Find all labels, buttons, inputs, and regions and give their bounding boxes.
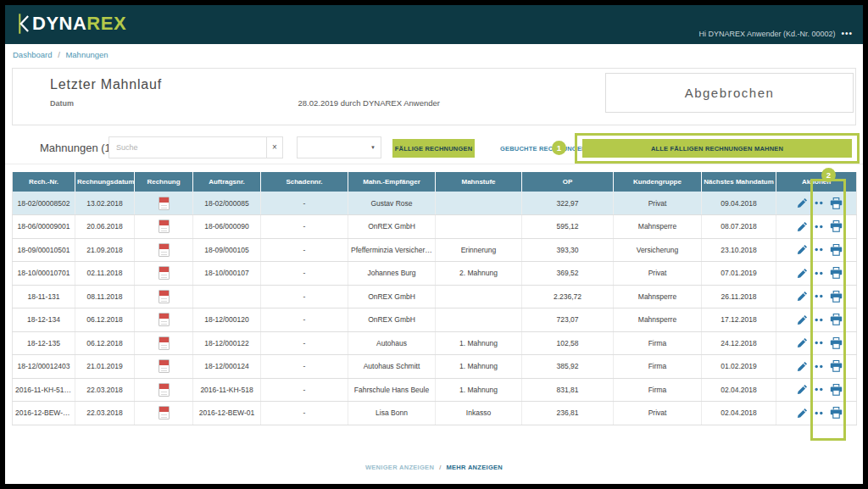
- cell-rechnung: [135, 331, 193, 355]
- date-value: 28.02.2019 durch DYNAREX Anwender: [298, 98, 440, 108]
- cell-schadennr: -: [261, 331, 348, 355]
- edit-icon[interactable]: [797, 197, 808, 208]
- pdf-document-icon[interactable]: [159, 383, 170, 397]
- pdf-document-icon[interactable]: [159, 359, 170, 373]
- due-invoices-button[interactable]: FÄLLIGE RECHNUNGEN: [392, 139, 475, 158]
- cell-auftragsnr: 2016-11-KH-518: [193, 378, 261, 402]
- cell-rechnungsdatum: 22.03.2018: [75, 378, 135, 402]
- cell-naechstes-mahndatum: 01.02.2019: [702, 355, 776, 379]
- search-input[interactable]: [108, 136, 266, 158]
- show-less-link[interactable]: WENIGER ANZEIGEN: [365, 464, 434, 471]
- pdf-document-icon[interactable]: [159, 406, 170, 420]
- cell-kundengruppe: Privat: [614, 262, 702, 286]
- cell-naechstes-mahndatum: 09.04.2018: [702, 192, 776, 215]
- table-body: 18-02/00008502 13.02.2018 18-02/000085 -…: [13, 192, 857, 425]
- cell-kundengruppe: Mahnsperre: [614, 308, 702, 332]
- table-row[interactable]: 2016-11-KH-51801 22.03.2018 2016-11-KH-5…: [13, 378, 857, 402]
- app-window: DYNAREX Hi DYNAREX Anwender (Kd.-Nr. 000…: [5, 5, 863, 484]
- show-more-link[interactable]: MEHR ANZEIGEN: [447, 464, 504, 471]
- edit-icon[interactable]: [797, 221, 808, 232]
- cell-rechnung: [135, 402, 193, 425]
- logo-icon: [17, 13, 30, 35]
- cell-naechstes-mahndatum: 02.04.2018: [702, 402, 776, 425]
- cell-schadennr: -: [261, 402, 348, 425]
- annotation-step-2-badge: 2: [821, 168, 836, 182]
- pdf-document-icon[interactable]: [159, 290, 170, 303]
- menu-dots-icon[interactable]: •••: [841, 29, 853, 38]
- last-run-card: Letzter Mahnlauf Datum 28.02.2019 durch …: [12, 68, 856, 125]
- table-row[interactable]: 2016-12-BEW-0101 22.03.2018 2016-12-BEW-…: [13, 402, 857, 425]
- remind-all-button[interactable]: ALLE FÄLLIGEN RECHNUNGEN MAHNEN: [582, 139, 852, 158]
- cell-rechnung: [135, 308, 193, 332]
- cell-mahnstufe: Erinnerung: [436, 238, 522, 262]
- cell-op: 322,97: [522, 192, 614, 215]
- cell-rechnung: [135, 378, 193, 402]
- cell-auftragsnr: 2016-12-BEW-01: [193, 402, 261, 425]
- cell-rech-nr: 18-02/00008502: [13, 192, 75, 215]
- cell-mahn-empfaenger: OnREX GmbH: [348, 285, 436, 308]
- edit-icon[interactable]: [797, 268, 808, 279]
- cell-rech-nr: 18-06/00009001: [13, 215, 75, 239]
- cell-kundengruppe: Privat: [614, 192, 702, 215]
- pdf-icon-header: [159, 197, 169, 203]
- cell-op: 369,52: [522, 262, 614, 286]
- edit-icon[interactable]: [797, 314, 808, 325]
- booked-invoices-link[interactable]: GEBUCHTE RECHNUNGEN: [500, 145, 587, 153]
- search-clear-button[interactable]: ×: [266, 136, 283, 158]
- cell-kundengruppe: Mahnsperre: [614, 285, 702, 308]
- cell-naechstes-mahndatum: 26.11.2018: [702, 285, 776, 308]
- user-menu[interactable]: Hi DYNAREX Anwender (Kd.-Nr. 00002) •••: [698, 29, 853, 38]
- cell-schadennr: -: [261, 308, 348, 332]
- table-row[interactable]: 18-06/00009001 20.06.2018 18-06/000090 -…: [13, 215, 857, 239]
- cell-mahn-empfaenger: Pfefferminzia Versicherung...: [348, 238, 436, 262]
- cell-kundengruppe: Versicherung: [614, 238, 702, 262]
- user-greeting: Hi DYNAREX Anwender (Kd.-Nr. 00002): [698, 30, 835, 38]
- table-row[interactable]: 18-10/00010701 02.11.2018 18-10/000107 -…: [13, 262, 857, 286]
- edit-icon[interactable]: [797, 291, 808, 302]
- cell-rech-nr: 18-11-131: [13, 285, 75, 308]
- cell-kundengruppe: Firma: [614, 331, 702, 355]
- cell-rechnung: [135, 238, 193, 262]
- column-header-op: OP: [522, 172, 614, 192]
- status-box: Abgebrochen: [605, 73, 854, 113]
- filter-select[interactable]: ▼: [297, 136, 381, 158]
- cell-mahnstufe: [436, 215, 522, 239]
- cell-naechstes-mahndatum: 23.10.2018: [702, 238, 776, 262]
- edit-icon[interactable]: [797, 361, 808, 372]
- table-row[interactable]: 18-09/00010501 21.09.2018 18-09/000105 -…: [13, 238, 857, 262]
- logo: DYNAREX: [17, 13, 126, 35]
- cell-auftragsnr: 18-02/000085: [193, 192, 261, 215]
- cell-rechnungsdatum: 21.09.2018: [75, 238, 135, 262]
- breadcrumb-dashboard[interactable]: Dashboard: [13, 50, 52, 59]
- chevron-down-icon: ▼: [370, 145, 376, 150]
- cell-mahn-empfaenger: Autohaus Schmitt: [348, 355, 436, 379]
- table-row[interactable]: 18-12-135 06.12.2018 18-12/000122 - Auto…: [13, 331, 857, 355]
- cell-op: 102,58: [522, 331, 614, 355]
- cell-mahn-empfaenger: Gustav Rose: [348, 192, 436, 215]
- pdf-document-icon[interactable]: [159, 219, 170, 233]
- pdf-icon-header: [159, 314, 169, 319]
- table-row[interactable]: 18-11-131 08.11.2018 - OnREX GmbH 2.236,…: [13, 285, 857, 308]
- edit-icon[interactable]: [797, 244, 808, 255]
- cell-rechnungsdatum: 06.12.2018: [75, 331, 135, 355]
- table-row[interactable]: 18-02/00008502 13.02.2018 18-02/000085 -…: [13, 192, 857, 215]
- pdf-document-icon[interactable]: [159, 336, 170, 350]
- pdf-document-icon[interactable]: [159, 313, 170, 326]
- topbar: DYNAREX Hi DYNAREX Anwender (Kd.-Nr. 000…: [5, 5, 863, 44]
- table-row[interactable]: 18-12-134 06.12.2018 18-12/000120 - OnRE…: [13, 308, 857, 332]
- edit-icon[interactable]: [797, 408, 808, 419]
- cell-naechstes-mahndatum: 24.12.2018: [702, 331, 776, 355]
- cell-rechnungsdatum: 22.03.2018: [75, 402, 135, 425]
- column-header-rechnung: Rechnung: [135, 172, 193, 192]
- breadcrumb-current[interactable]: Mahnungen: [65, 50, 108, 59]
- edit-icon[interactable]: [797, 337, 808, 348]
- cell-kundengruppe: Mahnsperre: [614, 215, 702, 239]
- edit-icon[interactable]: [797, 384, 808, 395]
- pdf-document-icon[interactable]: [159, 197, 170, 210]
- pdf-document-icon[interactable]: [159, 266, 170, 280]
- pdf-document-icon[interactable]: [159, 243, 170, 257]
- invoices-table: Rech.-Nr. Rechnungsdatum Rechnung Auftra…: [12, 172, 856, 425]
- table-row[interactable]: 18-12/00012403 21.01.2019 18-12/000124 -…: [13, 355, 857, 379]
- annotation-step-1-badge: 1: [552, 141, 566, 155]
- cell-op: 2.236,72: [522, 285, 614, 308]
